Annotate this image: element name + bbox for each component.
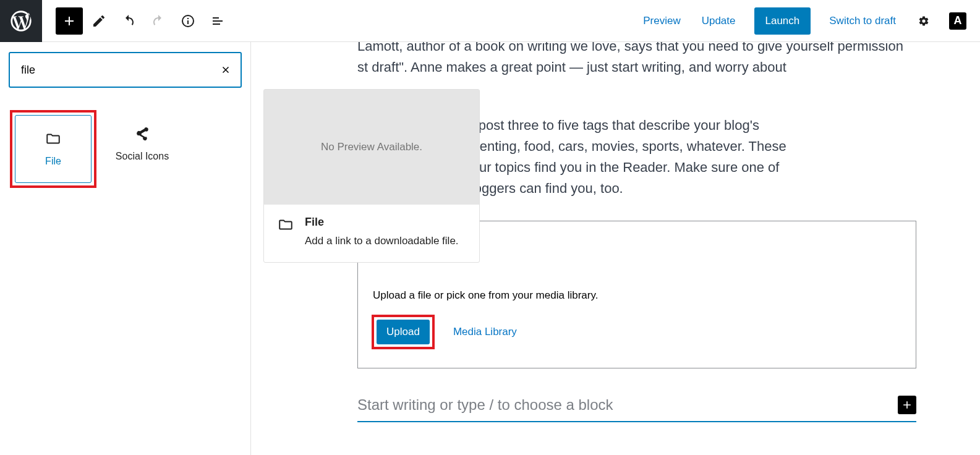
undo-icon — [121, 14, 136, 28]
close-icon — [220, 64, 231, 75]
preview-button[interactable]: Preview — [641, 11, 683, 31]
update-button[interactable]: Update — [699, 11, 738, 31]
block-preview-area: No Preview Available. — [264, 90, 479, 205]
redo-icon — [151, 14, 166, 28]
inserter-search-input[interactable] — [20, 63, 218, 77]
popover-subtitle: Add a link to a downloadable file. — [305, 235, 459, 247]
media-library-button[interactable]: Media Library — [450, 325, 521, 339]
editor-toolbar: Preview Update Launch Switch to draft A — [0, 0, 980, 42]
outline-button[interactable] — [204, 7, 231, 35]
inserter-panel: File Social Icons — [0, 42, 251, 455]
block-preview-popover: No Preview Available. File Add a link to… — [263, 89, 480, 263]
toolbar-left-group — [56, 7, 231, 35]
jetpack-letter: A — [954, 14, 962, 27]
upload-button[interactable]: Upload — [377, 320, 430, 344]
details-button[interactable] — [174, 7, 202, 35]
list-icon — [210, 14, 225, 28]
result-social-label: Social Icons — [116, 151, 169, 162]
file-block-actions: Upload Media Library — [372, 315, 902, 349]
upload-highlight: Upload — [372, 315, 435, 349]
undo-button[interactable] — [115, 7, 142, 35]
inserter-search[interactable] — [9, 52, 242, 88]
share-icon — [134, 126, 150, 142]
workspace: File Social Icons Lamott, author of a bo… — [0, 42, 980, 455]
wordpress-icon — [9, 9, 33, 33]
popover-title: File — [305, 216, 459, 229]
folder-icon — [45, 131, 61, 147]
result-social-icons-block[interactable]: Social Icons — [104, 110, 181, 178]
file-block-hint: Upload a file or pick one from your medi… — [373, 287, 902, 304]
folder-icon — [278, 217, 294, 233]
info-icon — [181, 14, 195, 28]
text: Lamott, author of a book on writing we l… — [357, 42, 903, 54]
result-highlight-file: File — [10, 110, 96, 188]
gear-icon — [918, 14, 929, 28]
plus-icon — [901, 399, 913, 411]
result-file-label: File — [45, 156, 61, 167]
paragraph-1[interactable]: Lamott, author of a book on writing we l… — [357, 42, 933, 78]
no-preview-text: No Preview Available. — [321, 141, 422, 153]
redo-button[interactable] — [145, 7, 172, 35]
wordpress-logo[interactable] — [0, 0, 42, 42]
result-file-block[interactable]: File — [15, 115, 92, 183]
jetpack-button[interactable]: A — [949, 12, 966, 30]
appender-add-button[interactable] — [898, 396, 916, 414]
clear-search-button[interactable] — [218, 62, 233, 77]
pencil-icon — [92, 14, 106, 28]
toolbar-right-group: Preview Update Launch Switch to draft A — [641, 7, 980, 35]
switch-to-draft-button[interactable]: Switch to draft — [827, 11, 898, 31]
settings-button[interactable] — [914, 12, 933, 30]
plus-icon — [62, 14, 77, 28]
tools-button[interactable] — [85, 7, 113, 35]
inserter-toggle-button[interactable] — [56, 7, 83, 35]
block-description: File Add a link to a downloadable file. — [264, 205, 479, 262]
text: st draft". Anne makes a great point — ju… — [357, 59, 786, 75]
inserter-results: File Social Icons — [9, 110, 242, 188]
launch-button[interactable]: Launch — [754, 7, 811, 35]
appender-placeholder: Start writing or type / to choose a bloc… — [357, 393, 898, 416]
block-appender[interactable]: Start writing or type / to choose a bloc… — [357, 393, 916, 422]
